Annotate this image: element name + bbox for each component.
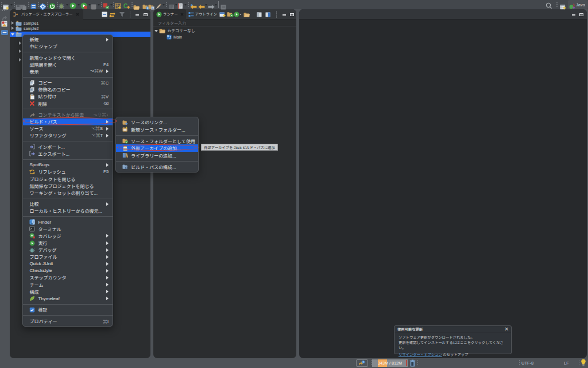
svg-text:J: J: [169, 36, 171, 39]
svg-text:C: C: [123, 3, 127, 9]
